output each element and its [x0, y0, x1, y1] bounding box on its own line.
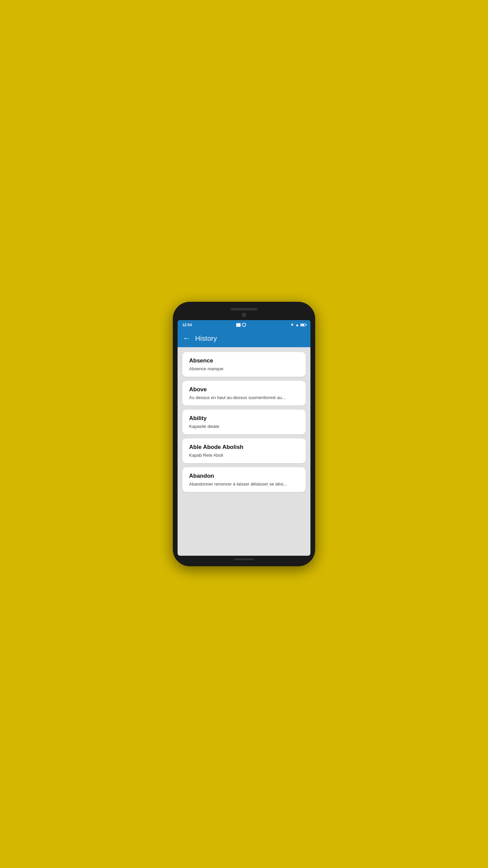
battery-icon	[300, 323, 306, 327]
word-card[interactable]: AbilityKapasite dwate	[182, 410, 306, 434]
word-title: Abandon	[189, 473, 299, 479]
home-indicator	[234, 558, 254, 560]
word-translation: Kapab Rete Aboli	[189, 453, 299, 458]
app-bar: ← History	[178, 330, 310, 347]
status-bar: 12:54 ▼ ▲	[178, 320, 310, 330]
word-title: Above	[189, 386, 299, 393]
status-left-icons	[236, 323, 246, 327]
speaker	[230, 308, 258, 311]
word-translation: Abandonner renoncer à laisser délaisser …	[189, 481, 299, 487]
no-disturb-icon	[242, 323, 246, 327]
sim-card-icon	[236, 323, 241, 327]
word-translation: Au dessus en haut au-dessus susmentionné…	[189, 395, 299, 400]
phone-frame: 12:54 ▼ ▲ ← History AbsenceAbsence manqu…	[173, 302, 315, 566]
word-card[interactable]: AbsenceAbsence manque	[182, 352, 306, 377]
word-card[interactable]: AboveAu dessus en haut au-dessus susment…	[182, 381, 306, 406]
back-button[interactable]: ←	[183, 335, 190, 342]
word-title: Able Abode Abolish	[189, 444, 299, 451]
word-card[interactable]: AbandonAbandonner renoncer à laisser dél…	[182, 467, 306, 492]
content-area: AbsenceAbsence manqueAboveAu dessus en h…	[178, 347, 310, 556]
camera	[242, 313, 246, 317]
word-translation: Kapasite dwate	[189, 424, 299, 429]
word-title: Absence	[189, 357, 299, 364]
phone-screen: 12:54 ▼ ▲ ← History AbsenceAbsence manqu…	[178, 320, 310, 556]
signal-icon: ▲	[295, 322, 299, 327]
app-bar-title: History	[195, 335, 217, 342]
word-card[interactable]: Able Abode AbolishKapab Rete Aboli	[182, 438, 306, 463]
status-time: 12:54	[182, 323, 192, 327]
word-translation: Absence manque	[189, 366, 299, 371]
wifi-icon: ▼	[290, 322, 294, 327]
word-title: Ability	[189, 415, 299, 422]
status-right-icons: ▼ ▲	[290, 322, 306, 327]
